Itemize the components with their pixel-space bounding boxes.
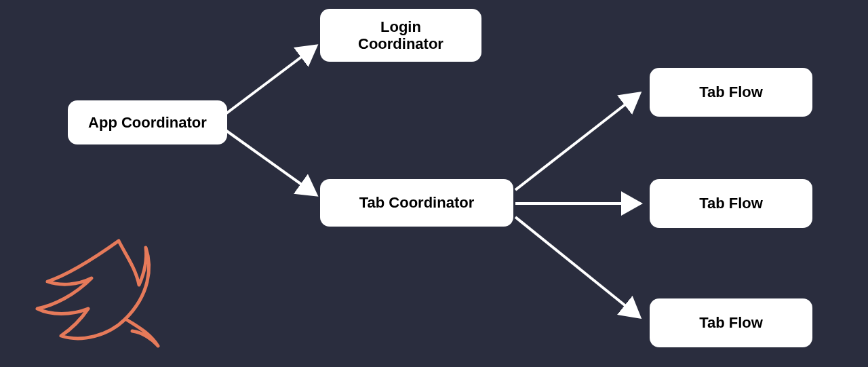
- node-tab-coordinator: Tab Coordinator: [320, 179, 513, 227]
- node-tab-flow-1: Tab Flow: [650, 68, 812, 117]
- node-label: Tab Coordinator: [359, 194, 474, 211]
- node-label: Tab Flow: [699, 314, 763, 331]
- swift-logo-icon: [17, 231, 173, 366]
- node-label: Login Coordinator: [358, 18, 443, 53]
- node-tab-flow-3: Tab Flow: [650, 298, 812, 347]
- arrow-tab-to-flow1: [515, 95, 637, 190]
- node-tab-flow-2: Tab Flow: [650, 179, 812, 228]
- arrow-tab-to-flow3: [515, 217, 637, 315]
- node-app-coordinator: App Coordinator: [68, 100, 227, 144]
- node-label: Tab Flow: [699, 195, 763, 212]
- diagram-canvas: App Coordinator Login Coordinator Tab Co…: [0, 0, 868, 367]
- arrow-app-to-tab: [224, 129, 314, 193]
- node-label: Tab Flow: [699, 83, 763, 100]
- node-label: App Coordinator: [88, 114, 207, 131]
- node-login-coordinator: Login Coordinator: [320, 9, 481, 62]
- arrow-app-to-login: [224, 47, 314, 115]
